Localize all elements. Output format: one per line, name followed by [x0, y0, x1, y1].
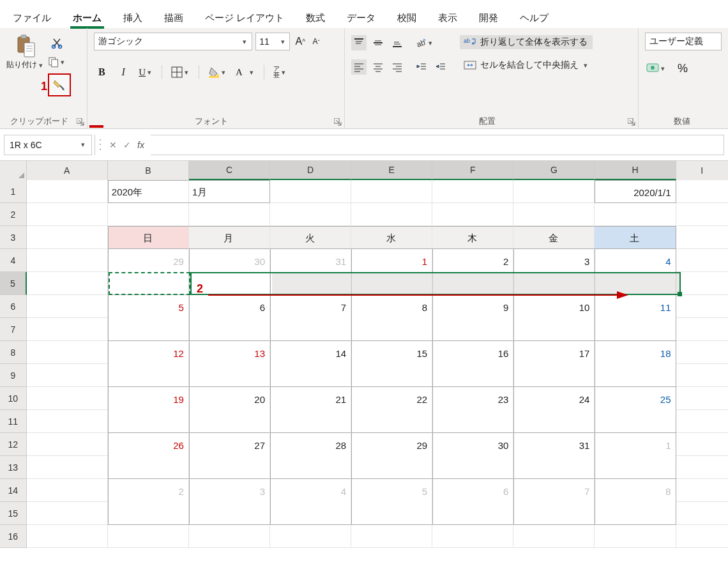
cell-C9[interactable] — [189, 364, 270, 387]
cell-G12[interactable]: 31 — [513, 433, 595, 456]
cell-B6[interactable]: 5 — [108, 295, 189, 318]
percent-button[interactable]: % — [675, 61, 690, 76]
cell-C3[interactable]: 月 — [189, 226, 270, 249]
cell-D6[interactable]: 7 — [270, 295, 351, 318]
increase-font-button[interactable]: A^ — [293, 34, 307, 49]
cell-A14[interactable] — [27, 479, 108, 502]
cell-E6[interactable]: 8 — [351, 295, 432, 318]
cell-H3[interactable]: 土 — [595, 226, 676, 249]
orientation-button[interactable]: ab▾ — [414, 35, 435, 50]
formula-input[interactable] — [151, 135, 724, 155]
cell-B11[interactable] — [108, 410, 189, 433]
align-top-button[interactable] — [351, 35, 367, 50]
cell-D13[interactable] — [270, 456, 351, 479]
row-header-16[interactable]: 16 — [0, 525, 27, 548]
col-header-G[interactable]: G — [513, 161, 595, 180]
name-box[interactable]: 1R x 6C▾ — [4, 135, 92, 155]
increase-indent-button[interactable] — [433, 59, 448, 75]
cell-I3[interactable] — [676, 226, 728, 249]
cell-E14[interactable]: 5 — [351, 479, 432, 502]
row-header-5[interactable]: 5 — [0, 272, 27, 295]
tab-developer[interactable]: 開発 — [476, 7, 501, 28]
cell-F7[interactable] — [432, 318, 513, 341]
cell-E12[interactable]: 29 — [351, 433, 432, 456]
borders-button[interactable]: ▾ — [170, 65, 191, 80]
cell-E9[interactable] — [351, 364, 432, 387]
cell-I6[interactable] — [676, 295, 728, 318]
tab-home[interactable]: ホーム — [70, 7, 104, 28]
cell-E2[interactable] — [351, 203, 432, 226]
row-header-1[interactable]: 1 — [0, 180, 27, 203]
enter-formula-button[interactable]: ✓ — [123, 140, 131, 150]
font-size-combo[interactable]: 11▾ — [255, 33, 290, 50]
row-header-10[interactable]: 10 — [0, 387, 27, 410]
cell-C6[interactable]: 6 — [189, 295, 270, 318]
cell-C12[interactable]: 27 — [189, 433, 270, 456]
cell-I11[interactable] — [676, 410, 728, 433]
format-painter-button[interactable] — [48, 73, 71, 96]
cell-F12[interactable]: 30 — [432, 433, 513, 456]
cell-B3[interactable]: 日 — [108, 226, 189, 249]
row-header-6[interactable]: 6 — [0, 295, 27, 318]
cell-D8[interactable]: 14 — [270, 341, 351, 364]
cell-F16[interactable] — [432, 525, 513, 548]
worksheet-grid[interactable]: A B C D E F G H I 1 2020年 1月 2020/1/1 — [0, 161, 728, 548]
wrap-text-button[interactable]: ab 折り返して全体を表示する — [460, 35, 593, 49]
cell-E16[interactable] — [351, 525, 432, 548]
cell-I7[interactable] — [676, 318, 728, 341]
cell-F5[interactable] — [432, 272, 513, 295]
cell-C11[interactable] — [189, 410, 270, 433]
cell-F14[interactable]: 6 — [432, 479, 513, 502]
cell-I10[interactable] — [676, 387, 728, 410]
cell-H2[interactable] — [595, 203, 676, 226]
row-header-9[interactable]: 9 — [0, 364, 27, 387]
cell-I8[interactable] — [676, 341, 728, 364]
cell-E1[interactable] — [351, 180, 432, 203]
font-name-combo[interactable]: 游ゴシック▾ — [94, 33, 252, 50]
row-header-11[interactable]: 11 — [0, 410, 27, 433]
cell-G8[interactable]: 17 — [513, 341, 595, 364]
cell-G6[interactable]: 10 — [513, 295, 595, 318]
cell-H6[interactable]: 11 — [595, 295, 676, 318]
cell-G16[interactable] — [513, 525, 595, 548]
cell-I14[interactable] — [676, 479, 728, 502]
row-header-8[interactable]: 8 — [0, 341, 27, 364]
clipboard-launcher[interactable] — [77, 118, 84, 126]
cell-D10[interactable]: 21 — [270, 387, 351, 410]
cell-C13[interactable] — [189, 456, 270, 479]
cell-B4[interactable]: 29 — [108, 249, 189, 272]
cell-A4[interactable] — [27, 249, 108, 272]
cell-D4[interactable]: 31 — [270, 249, 351, 272]
cell-C16[interactable] — [189, 525, 270, 548]
col-header-F[interactable]: F — [432, 161, 513, 180]
cell-A3[interactable] — [27, 226, 108, 249]
cell-H8[interactable]: 18 — [595, 341, 676, 364]
cell-A13[interactable] — [27, 456, 108, 479]
cell-G1[interactable] — [513, 180, 595, 203]
decrease-indent-button[interactable] — [414, 59, 429, 75]
cell-D7[interactable] — [270, 318, 351, 341]
tab-view[interactable]: 表示 — [436, 7, 460, 28]
cell-I5[interactable] — [676, 272, 728, 295]
cell-F4[interactable]: 2 — [432, 249, 513, 272]
cell-I1[interactable] — [676, 180, 728, 203]
cell-H12[interactable]: 1 — [595, 433, 676, 456]
col-header-I[interactable]: I — [676, 161, 728, 180]
cell-C4[interactable]: 30 — [189, 249, 270, 272]
tab-formulas[interactable]: 数式 — [303, 7, 328, 28]
cell-I2[interactable] — [676, 203, 728, 226]
cell-B9[interactable] — [108, 364, 189, 387]
cell-F15[interactable] — [432, 502, 513, 525]
cell-G11[interactable] — [513, 410, 595, 433]
row-header-7[interactable]: 7 — [0, 318, 27, 341]
underline-button[interactable]: U▾ — [137, 65, 154, 80]
row-header-2[interactable]: 2 — [0, 203, 27, 226]
alignment-launcher[interactable] — [628, 118, 635, 126]
cell-B10[interactable]: 19 — [108, 387, 189, 410]
cell-C10[interactable]: 20 — [189, 387, 270, 410]
italic-button[interactable]: I — [116, 65, 131, 80]
cell-I13[interactable] — [676, 456, 728, 479]
cell-G13[interactable] — [513, 456, 595, 479]
cell-G5[interactable] — [513, 272, 595, 295]
cell-F2[interactable] — [432, 203, 513, 226]
